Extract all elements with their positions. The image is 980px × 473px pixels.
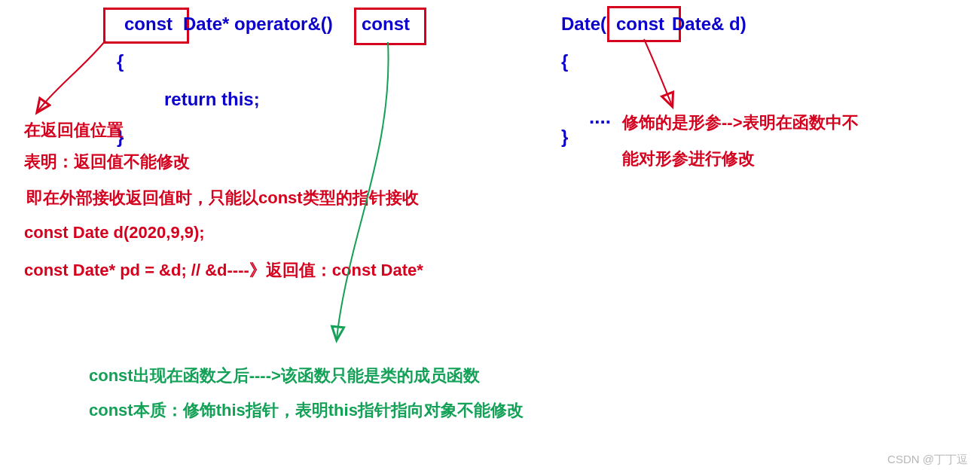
- code-left-return: return this;: [164, 89, 260, 110]
- note-return-5: const Date* pd = &d; // &d----》返回值：const…: [24, 259, 423, 282]
- code-left-sig: Date* operator&(): [183, 14, 333, 35]
- code-left-open: {: [117, 51, 124, 72]
- code-right-const: const: [616, 14, 664, 35]
- code-left-const1: const: [124, 14, 172, 35]
- code-right-close: }: [561, 127, 568, 148]
- code-left-const2: const: [362, 14, 410, 35]
- note-return-3: 即在外部接收返回值时，只能以const类型的指针接收: [26, 187, 419, 209]
- note-return-2: 表明：返回值不能修改: [24, 151, 190, 173]
- code-right-dots: ....: [589, 105, 611, 129]
- code-right-param: Date& d): [672, 14, 746, 35]
- note-param-2: 能对形参进行修改: [622, 148, 755, 170]
- note-return-1: 在返回值位置: [24, 119, 124, 142]
- note-after-func: const出现在函数之后---->该函数只能是类的成员函数: [89, 365, 480, 387]
- note-return-4: const Date d(2020,9,9);: [24, 223, 205, 243]
- note-param-1: 修饰的是形参-->表明在函数中不: [622, 111, 859, 134]
- watermark: CSDN @丁丁逗: [887, 453, 968, 467]
- note-this-ptr: const本质：修饰this指针，表明this指针指向对象不能修改: [89, 399, 524, 422]
- code-right-date: Date(: [561, 14, 606, 35]
- code-right-open: {: [561, 51, 568, 72]
